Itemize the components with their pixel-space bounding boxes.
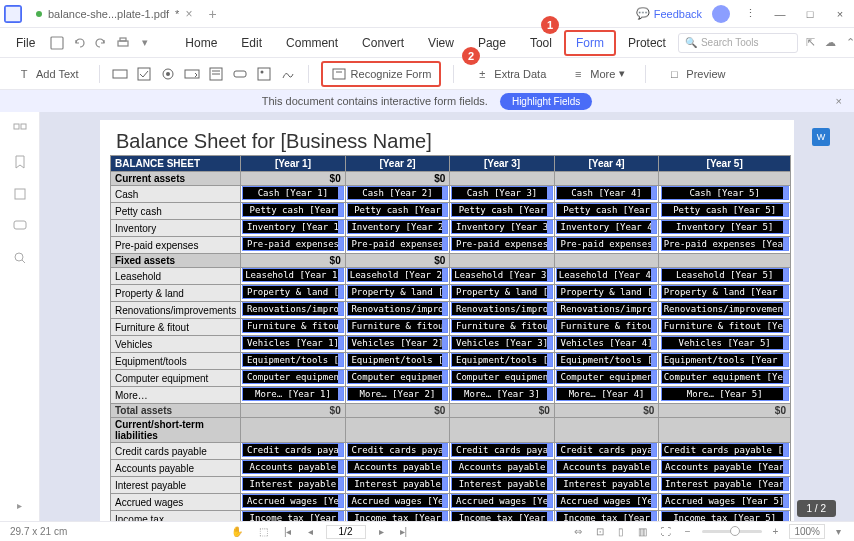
form-field[interactable]: Cash [Year 1] [242, 186, 343, 200]
form-field[interactable]: Leasehold [Year 1] [242, 268, 343, 282]
form-field[interactable]: More… [Year 3] [451, 387, 552, 401]
fit-page-icon[interactable]: ⊡ [593, 526, 607, 537]
extra-data-button[interactable]: ±Extra Data [466, 62, 554, 86]
image-field-icon[interactable] [256, 66, 272, 82]
form-field[interactable]: Income tax [Year 5] [661, 511, 789, 521]
share-icon[interactable]: ⇱ [806, 36, 815, 49]
form-field[interactable]: Accounts payable [Year [661, 460, 789, 474]
form-field[interactable]: Leasehold [Year 5] [661, 268, 789, 282]
fit-width-icon[interactable]: ⇔ [571, 526, 585, 537]
form-field[interactable]: Vehicles [Year 1] [242, 336, 343, 350]
form-field[interactable]: Equipment/tools [ [242, 353, 343, 367]
form-field[interactable]: Interest payable [347, 477, 448, 491]
form-field[interactable]: Leasehold [Year 2] [347, 268, 448, 282]
form-field[interactable]: Petty cash [Year 5] [661, 203, 789, 217]
close-tab-icon[interactable]: × [185, 7, 192, 21]
form-field[interactable]: Computer equipment [Yea [661, 370, 789, 384]
form-field[interactable]: Cash [Year 2] [347, 186, 448, 200]
form-field[interactable]: Petty cash [Year [347, 203, 448, 217]
form-field[interactable]: Inventory [Year 5] [661, 220, 789, 234]
zoom-thumb[interactable] [730, 526, 740, 536]
form-field[interactable]: Property & land [ [242, 285, 343, 299]
word-export-icon[interactable]: W [812, 128, 830, 146]
form-field[interactable]: Income tax [Year [451, 511, 552, 521]
text-field-icon[interactable] [112, 66, 128, 82]
zoom-slider[interactable] [702, 530, 762, 533]
form-field[interactable]: Furniture & fitou [242, 319, 343, 333]
form-field[interactable]: Vehicles [Year 2] [347, 336, 448, 350]
close-infobar-icon[interactable]: × [836, 95, 842, 107]
form-field[interactable]: Computer equipmen [451, 370, 552, 384]
close-window-button[interactable]: × [830, 8, 850, 20]
save-icon[interactable] [49, 35, 65, 51]
menu-view[interactable]: View [416, 30, 466, 56]
form-field[interactable]: More… [Year 4] [556, 387, 657, 401]
form-field[interactable]: Petty cash [Year [556, 203, 657, 217]
form-field[interactable]: Leasehold [Year 3] [451, 268, 552, 282]
form-field[interactable]: Vehicles [Year 4] [556, 336, 657, 350]
form-field[interactable]: Pre-paid expenses [347, 237, 448, 251]
form-field[interactable]: Cash [Year 3] [451, 186, 552, 200]
more-button[interactable]: ≡More▾ [562, 62, 633, 86]
form-field[interactable]: Inventory [Year 3 [451, 220, 552, 234]
form-field[interactable]: Property & land [Year 5 [661, 285, 789, 299]
form-field[interactable]: Credit cards paya [451, 443, 552, 457]
form-field[interactable]: Accounts payable [451, 460, 552, 474]
form-field[interactable]: Renovations/impro [242, 302, 343, 316]
form-field[interactable]: Accrued wages [Ye [242, 494, 343, 508]
form-field[interactable]: Credit cards paya [556, 443, 657, 457]
form-field[interactable]: Income tax [Year [347, 511, 448, 521]
file-menu[interactable]: File [8, 32, 43, 54]
form-field[interactable]: Income tax [Year [242, 511, 343, 521]
form-field[interactable]: Computer equipmen [347, 370, 448, 384]
prev-page-button[interactable]: ◂ [305, 526, 316, 537]
form-field[interactable]: Property & land [ [347, 285, 448, 299]
form-field[interactable]: Computer equipmen [556, 370, 657, 384]
read-mode-icon[interactable]: ⛶ [658, 526, 674, 537]
page-number-input[interactable] [326, 525, 366, 539]
form-field[interactable]: Accrued wages [Ye [556, 494, 657, 508]
zoom-in-button[interactable]: + [770, 526, 782, 537]
select-tool-icon[interactable]: ⬚ [256, 526, 271, 537]
form-field[interactable]: Renovations/impro [556, 302, 657, 316]
listbox-field-icon[interactable] [208, 66, 224, 82]
form-field[interactable]: Petty cash [Year [451, 203, 552, 217]
form-field[interactable]: Equipment/tools [ [556, 353, 657, 367]
form-field[interactable]: Accrued wages [Year 5] [661, 494, 789, 508]
hand-tool-icon[interactable]: ✋ [228, 526, 246, 537]
form-field[interactable]: Vehicles [Year 3] [451, 336, 552, 350]
form-field[interactable]: Credit cards paya [242, 443, 343, 457]
feedback-link[interactable]: 💬Feedback [636, 7, 702, 20]
form-field[interactable]: Equipment/tools [ [451, 353, 552, 367]
form-field[interactable]: Accounts payable [242, 460, 343, 474]
first-page-button[interactable]: |◂ [281, 526, 295, 537]
form-field[interactable]: Pre-paid expenses [Year [661, 237, 789, 251]
form-field[interactable]: Cash [Year 5] [661, 186, 789, 200]
form-field[interactable]: Pre-paid expenses [242, 237, 343, 251]
print-icon[interactable] [115, 35, 131, 51]
form-field[interactable]: Interest payable [556, 477, 657, 491]
button-field-icon[interactable] [232, 66, 248, 82]
document-viewport[interactable]: W Balance Sheet for [Business Name] BALA… [40, 112, 854, 521]
form-field[interactable]: Inventory [Year 4 [556, 220, 657, 234]
comments-icon[interactable] [12, 218, 28, 234]
form-field[interactable]: Credit cards paya [347, 443, 448, 457]
menu-home[interactable]: Home [173, 30, 229, 56]
radio-field-icon[interactable] [160, 66, 176, 82]
form-field[interactable]: Vehicles [Year 5] [661, 336, 789, 350]
menu-comment[interactable]: Comment [274, 30, 350, 56]
form-field[interactable]: Income tax [Year [556, 511, 657, 521]
form-field[interactable]: Pre-paid expenses [556, 237, 657, 251]
single-page-icon[interactable]: ▯ [615, 526, 627, 537]
user-avatar[interactable] [712, 5, 730, 23]
cloud-icon[interactable]: ☁ [825, 36, 836, 49]
form-field[interactable]: Property & land [ [556, 285, 657, 299]
recognize-form-button[interactable]: Recognize Form [321, 61, 442, 87]
zoom-out-button[interactable]: − [682, 526, 694, 537]
form-field[interactable]: More… [Year 2] [347, 387, 448, 401]
bookmarks-icon[interactable] [12, 154, 28, 170]
form-field[interactable]: Property & land [ [451, 285, 552, 299]
form-field[interactable]: More… [Year 1] [242, 387, 343, 401]
chevron-down-icon[interactable]: ▾ [137, 35, 153, 51]
form-field[interactable]: Furniture & fitou [451, 319, 552, 333]
